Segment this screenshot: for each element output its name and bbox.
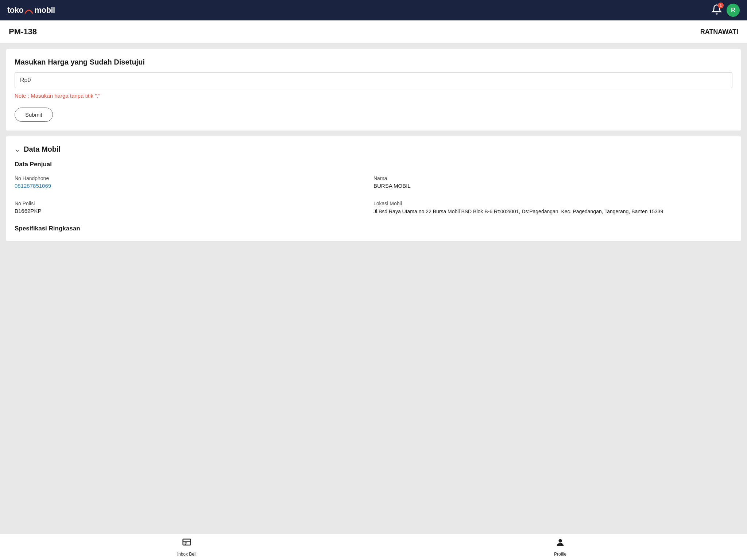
content-area: Masukan Harga yang Sudah Disetujui Note … [0,43,747,560]
phone-label: No Handphone [15,175,374,181]
inbox-svg-icon [182,537,192,548]
profile-svg-icon [555,537,565,548]
seller-title: Data Penjual [15,161,732,168]
seller-section: Data Penjual No Handphone 081287851069 N… [15,161,732,218]
inbox-label: Inbox Beli [177,552,197,557]
name-label: Nama [374,175,732,181]
notification-bell[interactable]: 1 [711,4,722,16]
phone-field: No Handphone 081287851069 [15,173,374,191]
profile-icon [555,537,565,550]
nav-inbox[interactable]: Inbox Beli [0,537,374,557]
submit-button[interactable]: Submit [15,108,53,122]
user-avatar[interactable]: R [727,4,740,17]
location-field: Lokasi Mobil Jl.Bsd Raya Utama no.22 Bur… [374,198,732,218]
name-value: BURSA MOBIL [374,183,732,189]
navbar-right: 1 R [711,4,740,17]
logo-text: tokomobil [7,5,55,15]
logo-arc-icon [24,7,34,15]
car-info-grid: No Polisi B1662PKP Lokasi Mobil Jl.Bsd R… [15,198,732,218]
brand-logo: tokomobil [7,5,55,15]
page-id: PM-138 [9,27,37,36]
price-form-title: Masukan Harga yang Sudah Disetujui [15,58,732,66]
price-note: Note : Masukan harga tanpa titik "." [15,93,732,99]
notification-badge: 1 [718,3,724,8]
data-mobil-header: ⌄ Data Mobil [15,145,732,153]
location-value: Jl.Bsd Raya Utama no.22 Bursa Mobil BSD … [374,208,732,215]
profile-label: Profile [554,552,566,557]
seller-info-grid: No Handphone 081287851069 Nama BURSA MOB… [15,173,732,191]
logo-toko: toko [7,5,23,15]
phone-value[interactable]: 081287851069 [15,183,374,189]
police-value: B1662PKP [15,208,374,214]
chevron-down-icon[interactable]: ⌄ [15,145,20,153]
data-mobil-card: ⌄ Data Mobil Data Penjual No Handphone 0… [6,136,741,241]
logo-mobil: mobil [34,5,55,15]
spesifikasi-title: Spesifikasi Ringkasan [15,225,732,232]
page-username: RATNAWATI [700,28,738,36]
inbox-icon [182,537,192,550]
price-input[interactable] [15,72,732,88]
police-field: No Polisi B1662PKP [15,198,374,218]
nav-profile[interactable]: Profile [374,537,747,557]
svg-point-4 [558,539,562,542]
page-header: PM-138 RATNAWATI [0,20,747,43]
data-mobil-title: Data Mobil [24,145,61,153]
svg-rect-0 [183,539,191,545]
navbar: tokomobil 1 R [0,0,747,20]
police-label: No Polisi [15,201,374,206]
bottom-nav: Inbox Beli Profile [0,534,747,560]
name-field: Nama BURSA MOBIL [374,173,732,191]
price-form-card: Masukan Harga yang Sudah Disetujui Note … [6,49,741,131]
location-label: Lokasi Mobil [374,201,732,206]
